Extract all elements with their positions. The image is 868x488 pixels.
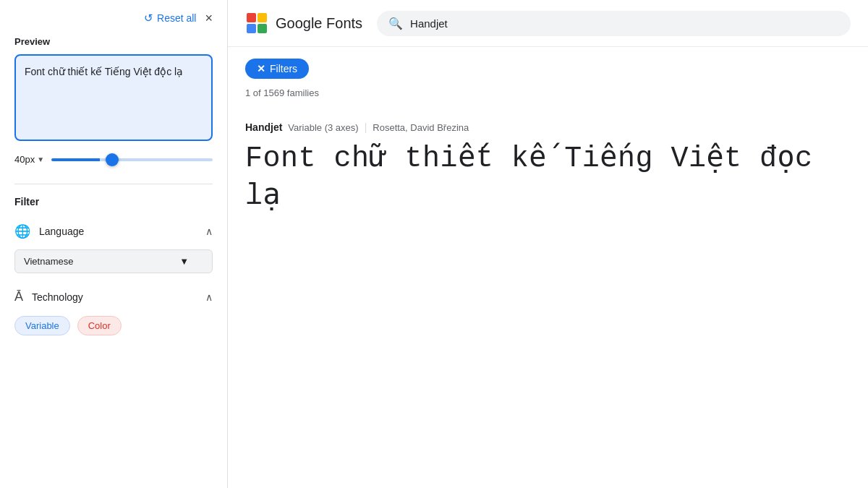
technology-icon: Ā — [14, 289, 23, 304]
close-button[interactable]: × — [205, 12, 213, 25]
search-input[interactable] — [410, 17, 839, 30]
preview-label: Preview — [14, 36, 213, 47]
font-name: Handjet — [245, 121, 282, 133]
size-label: 40px ▼ — [14, 154, 44, 165]
reset-icon: ↺ — [144, 12, 153, 25]
reset-all-button[interactable]: ↺ Reset all — [144, 12, 196, 25]
font-preview-text: Font chữ thiết kế Tiếng Việt đọc lạ — [245, 140, 851, 215]
search-bar: 🔍 — [377, 11, 851, 36]
font-variable-badge: Variable (3 axes) — [288, 122, 358, 133]
language-label: Language — [39, 226, 84, 237]
size-value: 40px — [14, 154, 35, 165]
filters-bar: ✕ Filters — [245, 59, 851, 79]
filters-chip-x: ✕ — [257, 63, 265, 74]
color-chip[interactable]: Color — [77, 316, 122, 335]
main-content: Google Fonts 🔍 ✕ Filters 1 of 1569 famil… — [228, 0, 868, 488]
header-title: Google Fonts — [276, 15, 362, 32]
language-filter-group: 🌐 Language ∧ Vietnamese ▼ — [14, 219, 213, 273]
language-select-wrapper: Vietnamese ▼ — [14, 249, 213, 273]
technology-filter-header[interactable]: Ā Technology ∧ — [14, 285, 213, 309]
google-fonts-logo — [245, 12, 268, 35]
preview-textarea[interactable]: Font chữ thiết kế Tiếng Việt độc lạ — [14, 54, 213, 141]
size-dropdown-arrow: ▼ — [37, 155, 44, 163]
sidebar-top-actions: ↺ Reset all × — [14, 12, 213, 25]
close-icon: × — [205, 11, 213, 25]
svg-rect-3 — [258, 24, 267, 33]
font-card-meta: Handjet Variable (3 axes) | Rosetta, Dav… — [245, 121, 851, 133]
language-icon: 🌐 — [14, 223, 30, 239]
language-value: Vietnamese — [24, 256, 73, 267]
font-authors: Rosetta, David Březina — [373, 122, 469, 133]
search-icon: 🔍 — [388, 17, 403, 30]
size-slider[interactable] — [51, 158, 213, 161]
language-dropdown-arrow: ▼ — [179, 256, 189, 267]
svg-rect-0 — [247, 13, 256, 22]
divider — [14, 184, 213, 184]
variable-chip[interactable]: Variable — [14, 316, 70, 335]
svg-rect-2 — [247, 24, 256, 33]
language-filter-title: 🌐 Language — [14, 223, 84, 239]
technology-filter-group: Ā Technology ∧ Variable Color — [14, 285, 213, 335]
technology-chips: Variable Color — [14, 316, 213, 335]
technology-label: Technology — [32, 291, 83, 303]
font-meta-separator: | — [365, 121, 367, 133]
technology-filter-title: Ā Technology — [14, 289, 83, 304]
filters-chip[interactable]: ✕ Filters — [245, 59, 309, 79]
technology-chevron-icon: ∧ — [205, 291, 213, 303]
svg-rect-1 — [258, 13, 267, 22]
language-chevron-icon: ∧ — [205, 226, 213, 237]
reset-label: Reset all — [157, 12, 196, 24]
results-count: 1 of 1569 families — [245, 87, 851, 98]
logo-area: Google Fonts — [245, 12, 362, 35]
size-control: 40px ▼ — [14, 154, 213, 165]
language-filter-header[interactable]: 🌐 Language ∧ — [14, 219, 213, 244]
header: Google Fonts 🔍 — [228, 0, 868, 47]
sidebar: ↺ Reset all × Preview Font chữ thiết kế … — [0, 0, 228, 488]
language-select[interactable]: Vietnamese ▼ — [14, 249, 213, 273]
font-card: Handjet Variable (3 axes) | Rosetta, Dav… — [245, 110, 851, 227]
filters-chip-label: Filters — [270, 63, 297, 74]
filter-section-label: Filter — [14, 196, 213, 207]
content-area: ✕ Filters 1 of 1569 families Handjet Var… — [228, 47, 868, 488]
